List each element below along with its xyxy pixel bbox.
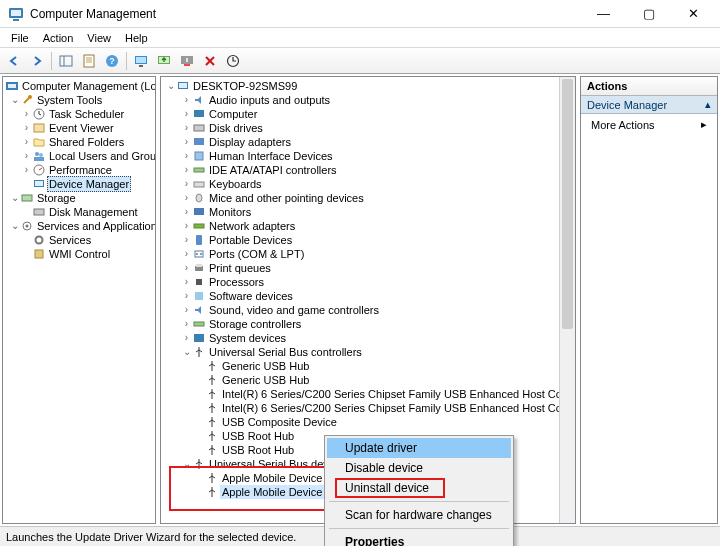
- scope-shared-folders[interactable]: ›Shared Folders: [3, 135, 155, 149]
- dev-usb-composite[interactable]: USB Composite Device: [161, 415, 559, 429]
- expand-icon[interactable]: ›: [21, 149, 32, 163]
- expand-icon[interactable]: ›: [181, 93, 192, 107]
- actions-more-row[interactable]: More Actions ▸: [581, 114, 717, 135]
- scope-services-apps[interactable]: ⌄Services and Applications: [3, 219, 155, 233]
- expand-icon[interactable]: ›: [21, 135, 32, 149]
- ctx-properties[interactable]: Properties: [327, 532, 511, 546]
- cat-computer[interactable]: ›Computer: [161, 107, 559, 121]
- scope-label: Performance: [47, 163, 114, 177]
- show-hide-tree-button[interactable]: [55, 50, 77, 72]
- expand-icon[interactable]: ›: [21, 121, 32, 135]
- scrollbar-thumb[interactable]: [562, 79, 573, 329]
- expand-icon[interactable]: ›: [181, 205, 192, 219]
- uninstall-button[interactable]: [199, 50, 221, 72]
- expand-icon[interactable]: ›: [181, 121, 192, 135]
- help-button[interactable]: ?: [101, 50, 123, 72]
- scope-event-viewer[interactable]: ›Event Viewer: [3, 121, 155, 135]
- expand-icon[interactable]: ›: [21, 163, 32, 177]
- maximize-button[interactable]: ▢: [626, 0, 671, 27]
- cat-storage-ctrl[interactable]: ›Storage controllers: [161, 317, 559, 331]
- expand-icon[interactable]: ›: [181, 233, 192, 247]
- software-icon: [192, 289, 206, 303]
- expand-icon[interactable]: ›: [181, 163, 192, 177]
- expand-icon[interactable]: ›: [181, 303, 192, 317]
- scope-local-users[interactable]: ›Local Users and Groups: [3, 149, 155, 163]
- scope-storage[interactable]: ⌄Storage: [3, 191, 155, 205]
- cat-usb-controllers[interactable]: ⌄Universal Serial Bus controllers: [161, 345, 559, 359]
- scope-services[interactable]: Services: [3, 233, 155, 247]
- dev-intel-ehci[interactable]: Intel(R) 6 Series/C200 Series Chipset Fa…: [161, 387, 559, 401]
- expand-icon[interactable]: ›: [181, 331, 192, 345]
- expand-icon[interactable]: ›: [181, 149, 192, 163]
- scan-hardware-button[interactable]: [222, 50, 244, 72]
- dev-generic-hub[interactable]: Generic USB Hub: [161, 359, 559, 373]
- dev-intel-ehci[interactable]: Intel(R) 6 Series/C200 Series Chipset Fa…: [161, 401, 559, 415]
- cat-monitors[interactable]: ›Monitors: [161, 205, 559, 219]
- vertical-scrollbar[interactable]: [559, 77, 575, 523]
- expand-icon[interactable]: ›: [181, 107, 192, 121]
- scope-pane[interactable]: Computer Management (Local ⌄ System Tool…: [2, 76, 156, 524]
- expand-icon[interactable]: ›: [21, 107, 32, 121]
- collapse-icon[interactable]: ▴: [705, 98, 711, 111]
- cat-display[interactable]: ›Display adapters: [161, 135, 559, 149]
- expand-icon[interactable]: ⌄: [9, 191, 20, 205]
- expand-icon[interactable]: ›: [181, 317, 192, 331]
- forward-button[interactable]: [26, 50, 48, 72]
- scope-device-manager[interactable]: Device Manager: [3, 177, 155, 191]
- cat-sound[interactable]: ›Sound, video and game controllers: [161, 303, 559, 317]
- expand-icon[interactable]: ›: [181, 177, 192, 191]
- cat-mice[interactable]: ›Mice and other pointing devices: [161, 191, 559, 205]
- expand-icon[interactable]: ⌄: [9, 219, 20, 233]
- expand-icon[interactable]: ›: [181, 261, 192, 275]
- cat-print[interactable]: ›Print queues: [161, 261, 559, 275]
- expand-icon[interactable]: ›: [181, 275, 192, 289]
- cat-ports[interactable]: ›Ports (COM & LPT): [161, 247, 559, 261]
- cat-disk-drives[interactable]: ›Disk drives: [161, 121, 559, 135]
- device-root[interactable]: ⌄DESKTOP-92SMS99: [161, 79, 559, 93]
- menu-help[interactable]: Help: [118, 31, 155, 45]
- ctx-update-driver[interactable]: Update driver: [327, 438, 511, 458]
- close-button[interactable]: ✕: [671, 0, 716, 27]
- scope-wmi[interactable]: WMI Control: [3, 247, 155, 261]
- cat-system-devices[interactable]: ›System devices: [161, 331, 559, 345]
- scope-system-tools[interactable]: ⌄ System Tools: [3, 93, 155, 107]
- cat-software[interactable]: ›Software devices: [161, 289, 559, 303]
- scope-task-scheduler[interactable]: ›Task Scheduler: [3, 107, 155, 121]
- cat-keyboards[interactable]: ›Keyboards: [161, 177, 559, 191]
- actions-section-bar[interactable]: Device Manager ▴: [581, 96, 717, 114]
- storage-ctrl-icon: [192, 317, 206, 331]
- expand-icon[interactable]: ⌄: [181, 345, 192, 359]
- cat-portable[interactable]: ›Portable Devices: [161, 233, 559, 247]
- expand-icon[interactable]: ›: [181, 247, 192, 261]
- menu-file[interactable]: File: [4, 31, 36, 45]
- menu-view[interactable]: View: [80, 31, 118, 45]
- expand-icon[interactable]: ⌄: [9, 93, 20, 107]
- scope-performance[interactable]: ›Performance: [3, 163, 155, 177]
- minimize-button[interactable]: —: [581, 0, 626, 27]
- ctx-disable-device[interactable]: Disable device: [327, 458, 511, 478]
- properties-button[interactable]: [78, 50, 100, 72]
- back-button[interactable]: [3, 50, 25, 72]
- scope-disk-mgmt[interactable]: Disk Management: [3, 205, 155, 219]
- ctx-scan-hardware[interactable]: Scan for hardware changes: [327, 505, 511, 525]
- expand-icon[interactable]: ›: [181, 191, 192, 205]
- expand-icon[interactable]: ›: [181, 135, 192, 149]
- ctx-uninstall-device[interactable]: Uninstall device: [327, 478, 511, 498]
- scope-root[interactable]: Computer Management (Local: [3, 79, 155, 93]
- cat-proc[interactable]: ›Processors: [161, 275, 559, 289]
- svg-point-33: [36, 237, 43, 244]
- svg-rect-39: [194, 138, 204, 145]
- disable-button[interactable]: [176, 50, 198, 72]
- update-driver-button[interactable]: [153, 50, 175, 72]
- expand-icon[interactable]: ›: [181, 289, 192, 303]
- expand-icon[interactable]: ›: [181, 219, 192, 233]
- cat-audio[interactable]: ›Audio inputs and outputs: [161, 93, 559, 107]
- cat-network[interactable]: ›Network adapters: [161, 219, 559, 233]
- monitor-button[interactable]: [130, 50, 152, 72]
- expand-icon[interactable]: ⌄: [165, 79, 176, 93]
- menu-action[interactable]: Action: [36, 31, 81, 45]
- expand-icon[interactable]: ⌄: [181, 457, 192, 471]
- dev-generic-hub[interactable]: Generic USB Hub: [161, 373, 559, 387]
- cat-ide[interactable]: ›IDE ATA/ATAPI controllers: [161, 163, 559, 177]
- cat-hid[interactable]: ›Human Interface Devices: [161, 149, 559, 163]
